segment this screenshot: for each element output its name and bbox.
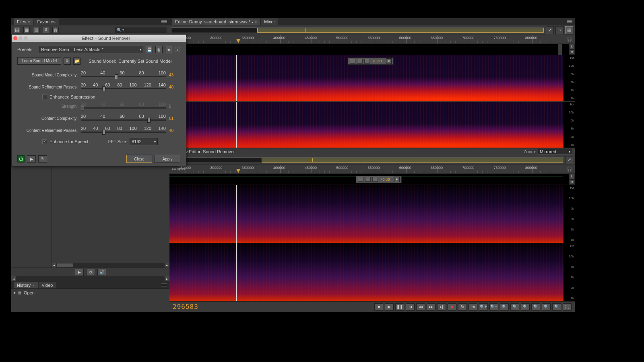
slider-value[interactable]: 40	[169, 85, 180, 89]
info-icon[interactable]: i	[175, 47, 180, 52]
scroll-right-icon[interactable]: ▸	[165, 276, 169, 281]
slider-thumb[interactable]	[102, 130, 105, 135]
spectrogram-right[interactable]: Hz10k6k3k2k1k	[169, 102, 575, 148]
history-item[interactable]: ▸ 🗎 Open	[14, 290, 167, 296]
open-file-icon[interactable]: ▤	[14, 27, 20, 33]
zoom-select[interactable]: Mirrored▾	[538, 149, 572, 154]
tab-history[interactable]: History×	[14, 282, 38, 288]
hud-db-value[interactable]: +0 dB	[372, 59, 383, 63]
zoom-sel-out-icon[interactable]: 🔍	[542, 303, 551, 311]
spectrogram-left[interactable]: +0 dB ✶ Hz10k6k3k2k1k	[169, 55, 575, 102]
close-button[interactable]: Close	[126, 155, 152, 163]
panel-menu-icon[interactable]	[567, 20, 572, 24]
channel-r[interactable]: R	[569, 179, 575, 185]
time-ruler[interactable]: samples 25000030000035000040000045000050…	[169, 165, 575, 174]
amplitude-overview[interactable]: dB LR	[169, 44, 575, 55]
new-multitrack-icon[interactable]: ▥	[33, 27, 39, 33]
zoom-out-time-icon[interactable]: 🔍−	[489, 303, 498, 311]
go-start-button[interactable]: |◂	[406, 303, 415, 311]
shortcuts-tree[interactable]: ▸ Shortcuts	[11, 156, 52, 267]
navigator-overview[interactable]	[171, 27, 544, 33]
pause-button[interactable]: ❚❚	[395, 303, 404, 311]
scroll-right-icon[interactable]: ▸	[165, 263, 169, 267]
record-button[interactable]: ●	[448, 303, 456, 311]
zoom-in-amp-icon[interactable]: 🔍	[510, 303, 519, 311]
amplitude-overview[interactable]: dB LR +0 dB ✶	[169, 174, 575, 185]
loop-button[interactable]: ↻	[458, 303, 467, 311]
preview-spectrogram-right[interactable]: Hz10k6k3k2k1k	[169, 243, 575, 302]
dialog-titlebar[interactable]: Effect – Sound Remover	[12, 35, 186, 42]
zoom-full-icon[interactable]: ⤢	[546, 26, 554, 34]
tab-video[interactable]: Video	[39, 282, 56, 288]
volume-hud[interactable]: +0 dB ✶	[348, 58, 394, 65]
load-model-icon[interactable]: 📁	[73, 58, 80, 65]
hud-tool-icon[interactable]	[372, 177, 378, 182]
scroll-left-icon[interactable]: ◂	[11, 276, 16, 281]
hud-tool-icon[interactable]	[358, 177, 363, 182]
slider-value[interactable]: 40	[169, 128, 180, 133]
search-input[interactable]: 🔍▾	[115, 27, 167, 33]
zoom-out-amp-icon[interactable]: 🔍	[521, 303, 530, 311]
preview-autoplay-button[interactable]: 🔊	[97, 269, 106, 276]
enhanced-suppression-checkbox[interactable]	[42, 95, 47, 99]
zoom-sel-icon[interactable]: 🔍	[552, 303, 561, 311]
tab-favorites[interactable]: Favorites	[34, 19, 59, 25]
zoom-full-icon[interactable]: ⤢	[565, 156, 573, 164]
zoom-reset-icon[interactable]: 🔍	[500, 303, 509, 311]
hud-db-value[interactable]: +0 dB	[380, 177, 391, 181]
preview-spectrogram-left[interactable]: Hz10k6k3k2k1k	[169, 185, 575, 243]
slider-value[interactable]: 43	[169, 73, 180, 77]
hud-tool-icon[interactable]	[350, 59, 355, 64]
slider-thumb[interactable]	[115, 74, 118, 79]
hud-pin-icon[interactable]: ✶	[394, 177, 400, 182]
files-hscroll[interactable]: ◂ ▸	[52, 263, 169, 267]
enhance-speech-checkbox[interactable]	[42, 139, 47, 144]
hud-pin-icon[interactable]: ✶	[386, 58, 392, 64]
effect-power-button[interactable]: ⏻	[17, 155, 25, 162]
hud-tool-icon[interactable]	[365, 177, 371, 182]
save-model-icon[interactable]: 🗎	[64, 58, 71, 65]
slider-complexity[interactable]: 20406080100	[81, 70, 166, 79]
channel-l[interactable]: L	[569, 44, 575, 49]
time-ruler[interactable]: 2500003000003500004000004500005000005500…	[169, 35, 575, 44]
waveform-view-icon[interactable]: 〰	[555, 26, 564, 34]
import-icon[interactable]: ⇩	[43, 27, 49, 33]
headphone-icon[interactable]: 🎧	[567, 37, 572, 42]
hud-tool-icon[interactable]	[364, 59, 370, 64]
slider-thumb[interactable]	[147, 118, 151, 123]
zoom-in-time-icon[interactable]: 🔍+	[479, 303, 488, 311]
apply-button[interactable]: Apply	[155, 155, 180, 163]
navigator-overview[interactable]	[171, 157, 564, 163]
channel-l[interactable]: L	[569, 174, 575, 179]
slider-contentRefine[interactable]: 20406080100120140	[81, 126, 166, 135]
panel-menu-icon[interactable]	[161, 283, 167, 287]
effect-preview-play-button[interactable]: ▶	[27, 155, 36, 162]
tab-files[interactable]: Files×	[14, 19, 33, 25]
skip-selection-button[interactable]: ⇥	[469, 303, 477, 311]
delete-preset-icon[interactable]: 🗑	[155, 46, 163, 53]
go-end-button[interactable]: ▸|	[437, 303, 446, 311]
stop-button[interactable]: ■	[374, 303, 383, 311]
rewind-button[interactable]: ◂◂	[416, 303, 425, 311]
slider-contentComplex[interactable]: 20406080100	[81, 114, 166, 123]
forward-button[interactable]: ▸▸	[427, 303, 436, 311]
window-close-icon[interactable]	[13, 36, 17, 40]
hud-tool-icon[interactable]	[357, 59, 363, 64]
channel-r[interactable]: R	[569, 49, 575, 55]
spectral-view-icon[interactable]: ▦	[565, 26, 573, 34]
slider-value[interactable]: 81	[169, 116, 180, 121]
slider-refinement[interactable]: 20406080100120140	[81, 82, 166, 91]
window-max-icon[interactable]	[24, 36, 28, 40]
effect-preview-loop-button[interactable]: ↻	[38, 155, 47, 162]
scroll-thumb[interactable]	[57, 263, 73, 267]
volume-hud[interactable]: +0 dB ✶	[356, 176, 402, 183]
new-file-icon[interactable]: ▦	[23, 27, 30, 33]
trash-icon[interactable]: 🗑	[52, 27, 59, 33]
tab-mixer[interactable]: Mixer	[261, 19, 278, 25]
window-min-icon[interactable]	[19, 36, 23, 40]
timecode-display[interactable]: 296583	[173, 303, 198, 311]
play-button[interactable]: ▶	[385, 303, 394, 311]
save-preset-icon[interactable]: 💾	[146, 46, 153, 53]
presets-select[interactable]: Remove Siren – Less Artifacts *▾	[39, 46, 143, 53]
panel-menu-icon[interactable]	[161, 20, 167, 24]
